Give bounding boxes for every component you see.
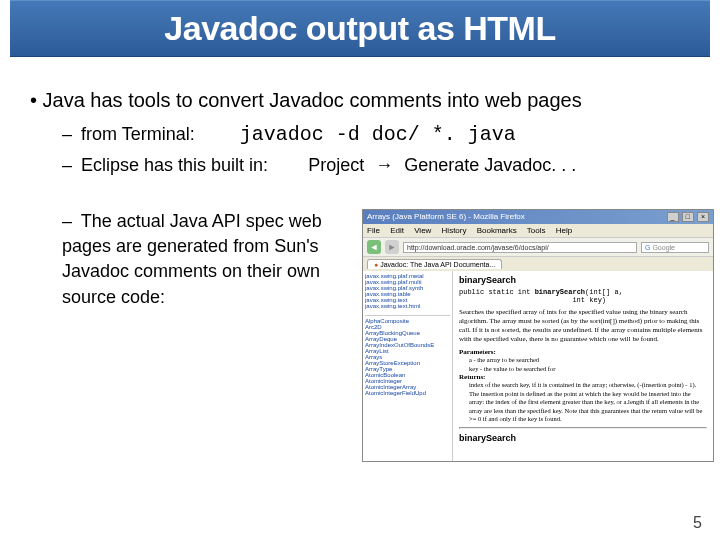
slide-title: Javadoc output as HTML (10, 9, 710, 48)
package-link[interactable]: javax.swing.text.html (365, 303, 450, 309)
tab-row: ● Javadoc: The Java API Documenta... (363, 257, 713, 271)
terminal-command: javadoc -d doc/ *. java (240, 123, 516, 146)
menu-file[interactable]: File (367, 226, 380, 235)
sub-eclipse: – Eclipse has this built in: Project → G… (62, 152, 690, 179)
menu-view[interactable]: View (414, 226, 431, 235)
url-bar[interactable]: http://download.oracle.com/javase/6/docs… (403, 242, 637, 253)
menu-tools[interactable]: Tools (527, 226, 546, 235)
menu-help[interactable]: Help (556, 226, 572, 235)
class-list: AlphaComposite Arc2D ArrayBlockingQueue … (365, 318, 450, 458)
menu-edit[interactable]: Edit (390, 226, 404, 235)
method-heading-next: binarySearch (459, 433, 707, 443)
menu-history[interactable]: History (442, 226, 467, 235)
sub-terminal: – from Terminal: javadoc -d doc/ *. java (62, 120, 690, 150)
package-list: javax.swing.plaf.metal javax.swing.plaf.… (365, 273, 450, 316)
browser-tab[interactable]: ● Javadoc: The Java API Documenta... (367, 259, 502, 269)
forward-button[interactable]: ► (385, 240, 399, 254)
back-button[interactable]: ◄ (367, 240, 381, 254)
browser-toolbar: ◄ ► http://download.oracle.com/javase/6/… (363, 237, 713, 257)
method-heading: binarySearch (459, 275, 707, 285)
slide-title-bar: Javadoc output as HTML (10, 0, 710, 57)
maximize-icon[interactable]: □ (682, 212, 694, 222)
sub-bullets: – from Terminal: javadoc -d doc/ *. java… (62, 120, 690, 179)
method-description: Searches the specified array of ints for… (459, 308, 707, 344)
slide-content: • Java has tools to convert Javadoc comm… (0, 57, 720, 462)
method-signature: public static int binarySearch(int[] a, … (459, 288, 707, 304)
arrow-icon: → (375, 155, 393, 175)
search-box[interactable]: G Google (641, 242, 709, 253)
javadoc-sidebar: javax.swing.plaf.metal javax.swing.plaf.… (363, 271, 453, 461)
browser-titlebar: Arrays (Java Platform SE 6) - Mozilla Fi… (363, 210, 713, 224)
class-link[interactable]: AtomicIntegerFieldUpd (365, 390, 450, 396)
returns-label: Returns: (459, 373, 485, 381)
minimize-icon[interactable]: _ (667, 212, 679, 222)
sub-api-note: – The actual Java API spec web pages are… (62, 209, 342, 462)
browser-menubar: File Edit View History Bookmarks Tools H… (363, 224, 713, 237)
close-icon[interactable]: × (697, 212, 709, 222)
page-number: 5 (693, 514, 702, 532)
returns-block: index of the search key, if it is contai… (469, 381, 707, 423)
javadoc-main: binarySearch public static int binarySea… (453, 271, 713, 461)
parameters-block: a - the array to be searched key - the v… (469, 356, 707, 373)
menu-bookmarks[interactable]: Bookmarks (477, 226, 517, 235)
browser-window: Arrays (Java Platform SE 6) - Mozilla Fi… (362, 209, 714, 462)
main-bullet: • Java has tools to convert Javadoc comm… (30, 89, 690, 112)
parameters-label: Parameters: (459, 348, 496, 356)
